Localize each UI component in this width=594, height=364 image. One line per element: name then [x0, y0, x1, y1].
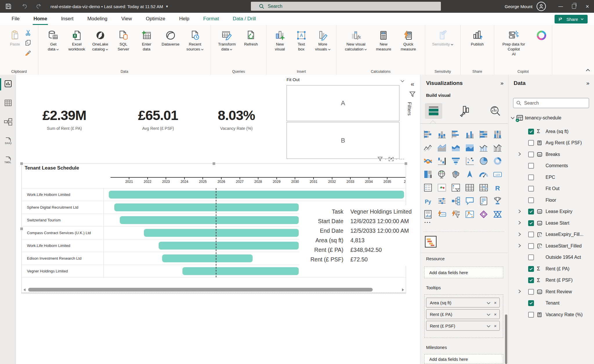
treemap-icon[interactable]	[421, 168, 435, 181]
sensitivity-button[interactable]: Sensitivity	[432, 29, 453, 47]
decomposition-tree-icon[interactable]	[449, 194, 463, 208]
card-icon[interactable]: 123	[490, 168, 504, 181]
new-visual-button[interactable]: fxNew visual calculation	[345, 29, 367, 52]
global-search-box[interactable]: Search	[251, 2, 441, 11]
tab-format-visual[interactable]	[456, 103, 473, 119]
power-automate-icon[interactable]	[490, 208, 504, 221]
field-row-leasestart-filled[interactable]: fxLeaseStart_Filled	[508, 240, 594, 252]
kpi-card[interactable]: £2.39MSum of Rent (£ PA)	[21, 107, 108, 131]
field-row-lease-start[interactable]: Lease Start	[508, 217, 594, 229]
collapse-pane-icon[interactable]: »	[500, 80, 504, 86]
field-row-rent-pa-[interactable]: ΣRent (£ PA)	[508, 263, 594, 275]
field-checkbox[interactable]	[528, 220, 534, 226]
resource-field-well[interactable]: Add data fields here	[424, 267, 503, 278]
ribbon-tab-data-drill[interactable]: Data / Drill	[226, 13, 263, 25]
100-stacked-bar-chart-icon[interactable]	[477, 128, 490, 141]
ribbon-tab-view[interactable]: View	[114, 13, 139, 25]
field-checkbox[interactable]	[528, 300, 534, 306]
gantt-bar[interactable]	[120, 216, 299, 224]
focus-mode-icon[interactable]	[389, 157, 394, 161]
field-row-fit-out[interactable]: Fit Out	[508, 183, 594, 195]
field-row-avg-rent-psf-[interactable]: Avg Rent (£ PSF)	[508, 137, 594, 149]
remove-field-icon[interactable]: ×	[494, 300, 497, 305]
field-row-area-sq-ft-[interactable]: ΣArea (sq ft)	[508, 126, 594, 137]
field-checkbox[interactable]	[528, 129, 534, 134]
table-node-tenancy-schedule[interactable]: tenancy-schedule	[511, 115, 561, 121]
gantt-bar[interactable]	[114, 203, 299, 211]
expand-icon[interactable]	[518, 289, 528, 294]
transform-button[interactable]: Transform data	[218, 29, 236, 52]
scroll-left-icon[interactable]	[23, 288, 26, 291]
ribbon-tab-optimize[interactable]: Optimize	[139, 13, 172, 25]
ribbon-chart-icon[interactable]	[421, 154, 435, 168]
excel-button[interactable]: XExcel workbook	[68, 29, 85, 52]
redo-icon[interactable]	[34, 2, 43, 11]
field-row-comments[interactable]: Comments	[508, 160, 594, 172]
gantt-bar[interactable]	[162, 254, 253, 262]
paginated-report-icon[interactable]	[421, 208, 435, 221]
field-row-leaseexpiry-fill-[interactable]: fxLeaseExpiry_Fill...	[508, 229, 594, 241]
table-icon[interactable]	[463, 181, 477, 194]
clustered-bar-chart-icon[interactable]	[449, 128, 463, 141]
field-row-breaks[interactable]: Breaks	[508, 149, 594, 160]
stacked-bar-chart-icon[interactable]	[421, 128, 435, 141]
gantt-bar[interactable]	[182, 267, 299, 275]
100-stacked-column-chart-icon[interactable]	[490, 128, 504, 141]
field-row-rent-review[interactable]: Rent Review	[508, 286, 594, 298]
chevron-down-icon[interactable]	[487, 300, 490, 305]
pane-scrollbar[interactable]	[505, 314, 507, 364]
ribbon-tab-file[interactable]: File	[5, 13, 26, 25]
get-button[interactable]: Get data	[45, 29, 61, 52]
field-checkbox[interactable]	[528, 140, 534, 146]
share-button[interactable]: Share	[555, 15, 588, 23]
copilot-logo-button[interactable]	[533, 29, 550, 42]
report-canvas[interactable]: £2.39MSum of Rent (£ PA)£65.01Avg Rent (…	[16, 75, 420, 364]
field-pill[interactable]: Area (sq ft)×	[426, 298, 500, 307]
more-button[interactable]: More visuals	[315, 29, 331, 52]
expand-icon[interactable]	[518, 209, 528, 214]
line-chart-icon[interactable]	[421, 141, 435, 154]
tab-build-visual[interactable]	[425, 103, 442, 119]
onelake-button[interactable]: OneLake catalog	[92, 29, 108, 52]
user-name[interactable]: George Mount	[505, 4, 533, 9]
multi-row-card-icon[interactable]	[421, 181, 435, 194]
text-button[interactable]: AText box	[293, 29, 309, 52]
refresh-button[interactable]: Refresh	[243, 29, 259, 47]
gantt-chart-visual-icon[interactable]	[425, 236, 437, 247]
field-checkbox[interactable]	[528, 209, 534, 214]
resize-handle[interactable]	[213, 162, 215, 165]
stacked-area-chart-icon[interactable]	[449, 141, 463, 154]
line-and-clustered-column-chart-icon[interactable]	[490, 141, 504, 154]
field-checkbox[interactable]	[528, 277, 534, 283]
power-apps-card-icon[interactable]: 123	[435, 208, 449, 221]
map-icon[interactable]	[435, 168, 449, 181]
100-stacked-area-chart-icon[interactable]	[463, 141, 477, 154]
field-checkbox[interactable]	[528, 186, 534, 192]
power-apps-icon[interactable]	[477, 208, 490, 221]
milestones-field-well[interactable]: Add data fields here	[424, 354, 503, 364]
filter-icon[interactable]	[378, 157, 383, 161]
document-title[interactable]: real-estate-data-viz-demo • Last saved: …	[50, 4, 163, 9]
dataverse-button[interactable]: Dataverse	[162, 29, 180, 47]
format-painter-icon[interactable]	[25, 49, 31, 57]
quick-button[interactable]: Quick measure	[400, 29, 416, 52]
key-influencers-icon[interactable]	[435, 194, 449, 208]
field-checkbox[interactable]	[528, 254, 534, 260]
more-options-icon[interactable]: ···	[399, 157, 405, 161]
field-row-outside-1954-act[interactable]: Outside 1954 Act	[508, 252, 594, 263]
kpi-icon[interactable]	[435, 181, 449, 194]
gantt-bar[interactable]	[159, 242, 299, 250]
sidebar-item-dax-query-view[interactable]: DAX	[0, 132, 16, 151]
data-search-box[interactable]: Search	[513, 98, 589, 108]
tooltips-field-well[interactable]: Area (sq ft)×Rent (£ PA)×Rent (£ PSF)×	[424, 294, 503, 338]
field-checkbox[interactable]	[528, 163, 534, 169]
field-checkbox[interactable]	[528, 243, 534, 249]
title-dropdown-caret[interactable]: ▼	[165, 5, 169, 8]
kpi-card[interactable]: £65.01Avg Rent (£ PSF)	[115, 107, 202, 131]
field-checkbox[interactable]	[528, 232, 534, 237]
sql-button[interactable]: SQL Server	[115, 29, 131, 52]
scroll-right-icon[interactable]	[402, 288, 404, 291]
field-row-floor[interactable]: Floor	[508, 194, 594, 206]
paste-button[interactable]: Paste	[7, 29, 23, 57]
fit-out-box-a[interactable]: A	[287, 85, 399, 121]
